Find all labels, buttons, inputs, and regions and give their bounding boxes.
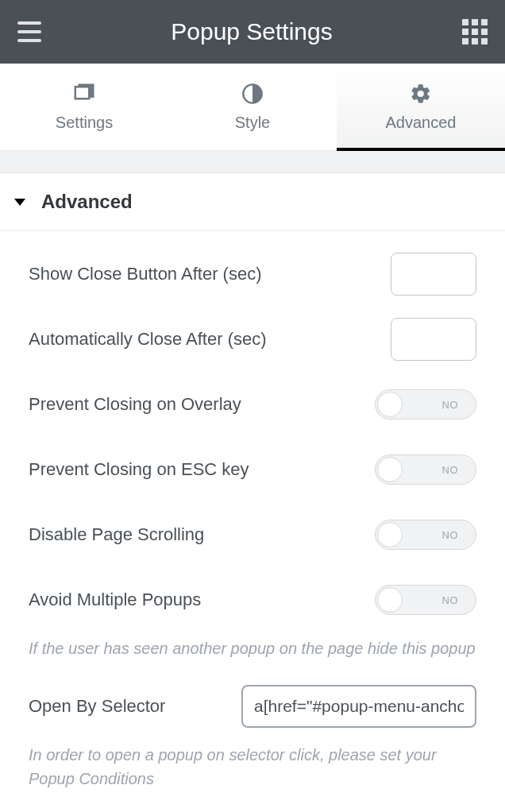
section-title: Advanced <box>41 191 133 213</box>
toggle-knob <box>377 522 403 547</box>
toggle-disable-scroll[interactable]: NO <box>375 520 476 550</box>
toggle-knob <box>377 392 403 417</box>
label-auto-close-after: Automatically Close After (sec) <box>29 328 267 351</box>
row-prevent-esc: Prevent Closing on ESC key NO <box>29 446 476 493</box>
controls: Show Close Button After (sec) Automatica… <box>0 231 505 812</box>
chevron-down-icon <box>14 199 25 206</box>
label-disable-scroll: Disable Page Scrolling <box>29 524 204 547</box>
toggle-knob <box>377 457 403 482</box>
spacer <box>0 151 505 173</box>
row-open-by-selector: Open By Selector <box>29 682 476 730</box>
tab-style[interactable]: Style <box>168 64 337 150</box>
toggle-state: NO <box>442 399 459 411</box>
hamburger-menu-icon[interactable] <box>17 21 41 42</box>
tab-label: Style <box>235 114 270 132</box>
row-prevent-overlay: Prevent Closing on Overlay NO <box>29 381 476 428</box>
contrast-icon <box>241 82 264 106</box>
input-open-by-selector[interactable] <box>241 685 476 728</box>
label-prevent-overlay: Prevent Closing on Overlay <box>29 393 241 416</box>
tab-settings[interactable]: Settings <box>0 64 168 150</box>
gear-icon <box>409 82 433 106</box>
windows-icon <box>72 82 96 106</box>
apps-grid-icon[interactable] <box>462 19 488 44</box>
label-show-close-after: Show Close Button After (sec) <box>29 263 261 286</box>
input-show-close-after[interactable] <box>391 253 476 296</box>
tab-label: Settings <box>56 114 113 132</box>
toggle-prevent-esc[interactable]: NO <box>375 454 476 485</box>
section-header-advanced[interactable]: Advanced <box>0 173 505 231</box>
label-prevent-esc: Prevent Closing on ESC key <box>29 458 249 481</box>
help-open-by-selector: In order to open a popup on selector cli… <box>29 743 476 791</box>
toggle-knob <box>377 587 403 613</box>
toggle-state: NO <box>442 594 459 606</box>
input-auto-close-after[interactable] <box>391 318 476 361</box>
row-avoid-multiple: Avoid Multiple Popups NO <box>29 576 476 624</box>
label-avoid-multiple: Avoid Multiple Popups <box>29 589 201 612</box>
header-title: Popup Settings <box>171 18 332 45</box>
row-disable-scroll: Disable Page Scrolling NO <box>29 511 476 559</box>
tab-label: Advanced <box>386 114 457 132</box>
toggle-state: NO <box>442 464 459 476</box>
tabs: Settings Style Advanced <box>0 64 505 151</box>
toggle-state: NO <box>442 529 459 541</box>
label-open-by-selector: Open By Selector <box>29 695 165 718</box>
header: Popup Settings <box>0 0 505 64</box>
row-show-close-after: Show Close Button After (sec) <box>29 250 476 298</box>
toggle-avoid-multiple[interactable]: NO <box>375 585 476 615</box>
row-auto-close-after: Automatically Close After (sec) <box>29 315 476 363</box>
help-avoid-multiple: If the user has seen another popup on th… <box>29 636 476 660</box>
tab-advanced[interactable]: Advanced <box>337 64 505 150</box>
toggle-prevent-overlay[interactable]: NO <box>375 389 476 420</box>
